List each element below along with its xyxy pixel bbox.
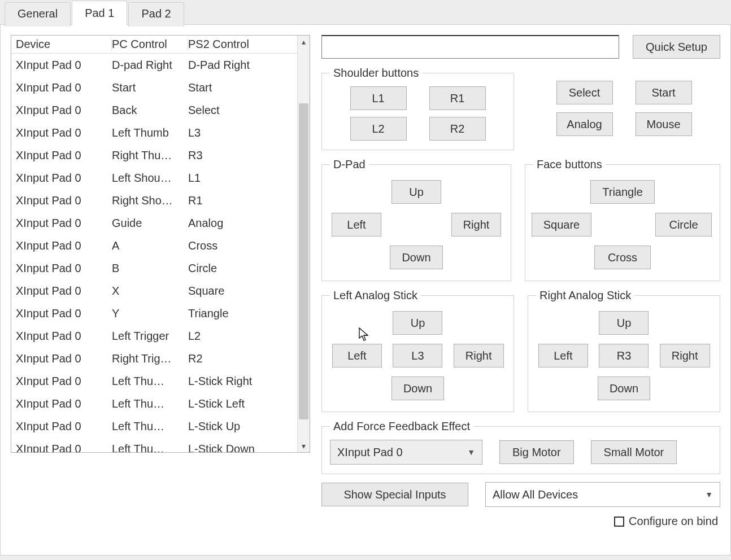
cell-pc: Right Sho… (112, 191, 188, 209)
small-motor-button[interactable]: Small Motor (591, 440, 677, 464)
scroll-down-icon[interactable]: ▾ (298, 440, 310, 452)
cell-device: XInput Pad 0 (16, 214, 112, 232)
r2-button[interactable]: R2 (429, 117, 486, 141)
cell-ps2: D-Pad Right (188, 56, 293, 74)
bindings-list[interactable]: Device PC Control PS2 Control XInput Pad… (11, 35, 310, 453)
dpad-up-button[interactable]: Up (391, 180, 441, 204)
group-shoulder-label: Shoulder buttons (330, 67, 422, 80)
cell-pc: A (112, 237, 188, 255)
cell-pc: Y (112, 304, 188, 322)
ff-device-value: XInput Pad 0 (337, 446, 403, 459)
table-row[interactable]: XInput Pad 0StartStart (11, 76, 297, 99)
cell-pc: B (112, 259, 188, 277)
cell-pc: Left Thu… (112, 417, 188, 435)
cell-ps2: L-Stick Right (188, 372, 293, 390)
cell-ps2: Analog (188, 214, 293, 232)
table-row[interactable]: XInput Pad 0YTriangle (11, 302, 297, 325)
table-row[interactable]: XInput Pad 0Left Thu…L-Stick Right (11, 370, 297, 392)
r3-button[interactable]: R3 (599, 344, 649, 368)
col-device[interactable]: Device (16, 38, 112, 51)
rstick-up-button[interactable]: Up (599, 311, 649, 335)
cross-button[interactable]: Cross (594, 246, 651, 269)
table-row[interactable]: XInput Pad 0Left TriggerL2 (11, 325, 297, 347)
l1-button[interactable]: L1 (350, 86, 407, 110)
table-row[interactable]: XInput Pad 0GuideAnalog (11, 212, 297, 234)
tab-pad2[interactable]: Pad 2 (128, 2, 184, 27)
cell-pc: Guide (112, 214, 188, 232)
dpad-left-button[interactable]: Left (332, 213, 381, 237)
ff-device-select[interactable]: XInput Pad 0 ▼ (330, 440, 482, 465)
lstick-up-button[interactable]: Up (393, 311, 442, 335)
table-row[interactable]: XInput Pad 0Left Thu…L-Stick Left (11, 392, 297, 415)
table-row[interactable]: XInput Pad 0BackSelect (11, 99, 297, 121)
cell-device: XInput Pad 0 (16, 327, 112, 345)
scroll-thumb[interactable] (299, 103, 308, 419)
configure-on-bind-label[interactable]: Configure on bind (629, 515, 718, 528)
dpad-down-button[interactable]: Down (390, 246, 442, 269)
table-row[interactable]: XInput Pad 0ACross (11, 234, 297, 257)
square-button[interactable]: Square (532, 213, 592, 237)
cell-ps2: L1 (188, 169, 293, 187)
table-row[interactable]: XInput Pad 0Left Shou…L1 (11, 167, 297, 189)
cell-ps2: Start (188, 78, 293, 97)
select-button[interactable]: Select (556, 81, 613, 104)
cell-ps2: Cross (188, 237, 293, 255)
tab-general[interactable]: General (5, 2, 71, 27)
start-button[interactable]: Start (636, 81, 692, 104)
group-face-label: Face buttons (533, 158, 606, 171)
lstick-right-button[interactable]: Right (454, 344, 504, 368)
device-filter-select[interactable]: Allow All Devices ▼ (485, 482, 720, 507)
table-row[interactable]: XInput Pad 0Right Trig…R2 (11, 347, 297, 370)
cell-device: XInput Pad 0 (16, 304, 112, 322)
cell-pc: Start (112, 78, 188, 97)
r1-button[interactable]: R1 (429, 86, 486, 110)
triangle-button[interactable]: Triangle (590, 180, 655, 204)
l2-button[interactable]: L2 (350, 117, 407, 141)
device-filter-value: Allow All Devices (493, 488, 578, 501)
table-row[interactable]: XInput Pad 0BCircle (11, 257, 297, 279)
tab-strip: General Pad 1 Pad 2 (0, 0, 731, 25)
search-input[interactable] (321, 35, 619, 59)
tab-pad1[interactable]: Pad 1 (72, 1, 127, 25)
group-lstick: Left Analog Stick Up Left L3 Right Down (321, 289, 514, 412)
rstick-left-button[interactable]: Left (538, 344, 588, 368)
table-row[interactable]: XInput Pad 0Left Thu…L-Stick Up (11, 415, 297, 438)
l3-button[interactable]: L3 (393, 344, 442, 368)
cell-device: XInput Pad 0 (16, 56, 112, 74)
lstick-down-button[interactable]: Down (391, 377, 444, 400)
cell-pc: Right Thu… (112, 146, 188, 164)
table-row[interactable]: XInput Pad 0Right Thu…R3 (11, 144, 297, 167)
dpad-right-button[interactable]: Right (451, 213, 502, 237)
scrollbar[interactable]: ▴ ▾ (297, 36, 310, 452)
circle-button[interactable]: Circle (655, 213, 712, 237)
chevron-down-icon: ▼ (467, 448, 475, 457)
quick-setup-button[interactable]: Quick Setup (633, 35, 720, 59)
cell-device: XInput Pad 0 (16, 372, 112, 390)
show-special-inputs-button[interactable]: Show Special Inputs (321, 483, 468, 506)
cell-device: XInput Pad 0 (16, 169, 112, 187)
lstick-left-button[interactable]: Left (332, 344, 382, 368)
cell-device: XInput Pad 0 (16, 191, 112, 209)
group-dpad-label: D-Pad (330, 158, 369, 171)
table-row[interactable]: XInput Pad 0D-pad RightD-Pad Right (11, 54, 297, 76)
cell-ps2: Square (188, 282, 293, 300)
scroll-up-icon[interactable]: ▴ (298, 36, 310, 48)
rstick-down-button[interactable]: Down (598, 377, 650, 400)
mouse-button[interactable]: Mouse (636, 112, 692, 136)
configure-on-bind-checkbox[interactable] (614, 517, 624, 527)
big-motor-button[interactable]: Big Motor (499, 440, 574, 464)
cell-ps2: L-Stick Up (188, 417, 293, 435)
table-row[interactable]: XInput Pad 0Left ThumbL3 (11, 121, 297, 144)
table-row[interactable]: XInput Pad 0Right Sho…R1 (11, 189, 297, 212)
rstick-right-button[interactable]: Right (660, 344, 710, 368)
col-ps2[interactable]: PS2 Control (188, 38, 293, 51)
table-row[interactable]: XInput Pad 0XSquare (11, 279, 297, 302)
cell-pc: X (112, 282, 188, 300)
col-pc[interactable]: PC Control (112, 38, 188, 51)
cell-device: XInput Pad 0 (16, 259, 112, 277)
table-row[interactable]: XInput Pad 0Left Thu…L-Stick Down (11, 438, 297, 452)
analog-button[interactable]: Analog (556, 112, 613, 136)
cell-device: XInput Pad 0 (16, 146, 112, 164)
group-dpad: D-Pad Up Left Right Down (321, 158, 511, 281)
cell-ps2: R1 (188, 191, 293, 209)
